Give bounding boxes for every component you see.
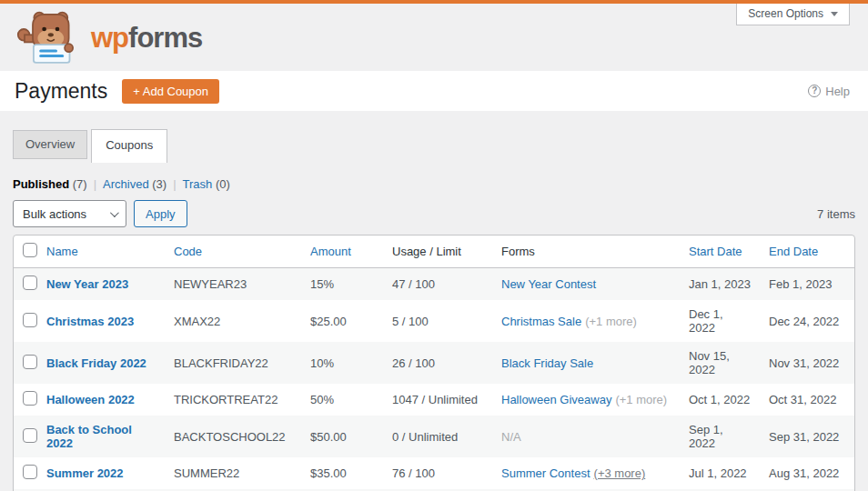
coupon-code: BACKTOSCHOOL22 [165,416,301,457]
chevron-down-icon [831,12,838,16]
wpforms-logo: wpforms [16,10,202,65]
coupon-code: TRICKORTREAT22 [165,384,301,416]
coupon-name-link[interactable]: Back to School 2022 [46,423,132,450]
column-header-forms: Forms [492,235,680,268]
masthead: wpforms Screen Options [0,4,868,71]
content-area: Overview Coupons Published (7)|Archived … [0,111,868,491]
screen-options-button[interactable]: Screen Options [736,4,850,25]
more-forms-label: (+1 more) [585,315,637,328]
row-checkbox[interactable] [23,276,37,290]
coupon-code: BLACKFRIDAY22 [165,342,301,384]
row-checkbox[interactable] [23,465,37,479]
coupon-name-link[interactable]: Summer 2022 [46,466,124,480]
start-date: Jul 1, 2022 [680,457,760,489]
column-header-end-date[interactable]: End Date [760,235,854,268]
apply-button[interactable]: Apply [134,200,187,227]
coupon-name-link[interactable]: Halloween 2022 [46,393,135,406]
end-date: Feb 1, 2023 [760,268,854,300]
coupon-usage: 26 / 100 [383,342,492,384]
table-row: Christmas 2023 XMAX22 $25.00 5 / 100 Chr… [14,300,854,342]
row-checkbox[interactable] [23,355,37,369]
wordmark-wp: wp [91,22,128,54]
help-link[interactable]: ? Help [808,85,850,98]
end-date: Aug 31, 2022 [760,457,854,489]
column-header-amount[interactable]: Amount [301,235,383,268]
more-forms-label: (+1 more) [615,393,667,406]
bulk-actions-select[interactable]: Bulk actions [13,200,126,227]
row-checkbox[interactable] [23,428,37,443]
top-toolbar: Bulk actions Apply 7 items [13,200,855,227]
end-date: Oct 31, 2022 [760,384,854,416]
separator: | [173,177,176,191]
row-checkbox[interactable] [23,313,37,327]
wpforms-bear-icon [16,10,82,65]
start-date: Dec 1, 2022 [680,300,760,342]
form-link[interactable]: Christmas Sale [501,315,581,328]
forms-na-label: N/A [501,430,521,444]
tab-bar: Overview Coupons [13,129,855,159]
row-checkbox[interactable] [23,391,37,406]
filter-trash[interactable]: Trash [183,177,213,191]
coupon-amount: 50% [301,384,383,416]
filter-archived[interactable]: Archived [103,177,149,191]
tab-overview[interactable]: Overview [13,130,87,159]
bulk-actions-value: Bulk actions [23,207,86,221]
column-header-usage: Usage / Limit [383,235,492,268]
separator: | [94,177,96,191]
wpforms-wordmark: wpforms [91,24,202,52]
coupon-amount: $25.00 [301,300,383,342]
column-header-start-date[interactable]: Start Date [680,235,760,268]
tab-coupons[interactable]: Coupons [91,129,167,163]
coupon-name-link[interactable]: Black Friday 2022 [46,356,146,370]
coupon-usage: 1047 / Unlimited [383,384,492,416]
table-row: Back to School 2022 BACKTOSCHOOL22 $50.0… [14,416,854,457]
help-icon: ? [808,85,821,97]
chevron-down-icon [110,208,119,217]
wordmark-forms: forms [128,22,202,54]
status-filters: Published (7)|Archived (3)|Trash (0) [13,177,855,191]
column-header-code[interactable]: Code [165,235,301,268]
end-date: Sep 31, 2022 [760,416,854,457]
table-row: Summer 2022 SUMMER22 $35.00 76 / 100 Sum… [14,457,854,489]
coupon-usage: 76 / 100 [383,457,492,489]
coupons-table: Name Code Amount Usage / Limit Forms Sta… [13,235,855,491]
start-date: Jan 1, 2023 [680,268,760,300]
end-date: Nov 31, 2022 [760,342,854,384]
filter-published[interactable]: Published (7) [13,177,87,191]
column-header-name[interactable]: Name [37,235,165,268]
select-all-checkbox[interactable] [23,243,37,257]
start-date: Nov 15, 2022 [680,342,760,384]
form-link[interactable]: New Year Contest [501,277,596,291]
form-link[interactable]: Summer Contest [501,466,590,480]
coupon-usage: 47 / 100 [383,268,492,300]
coupon-name-link[interactable]: Christmas 2023 [46,315,134,328]
table-row: Halloween 2022 TRICKORTREAT22 50% 1047 /… [14,384,854,416]
coupon-amount: 15% [301,268,383,300]
coupon-code: SUMMER22 [165,457,301,489]
coupon-usage: 5 / 100 [383,300,492,342]
screen-options-label: Screen Options [748,7,823,20]
coupon-name-link[interactable]: New Year 2023 [46,277,128,291]
table-header: Name Code Amount Usage / Limit Forms Sta… [14,235,854,268]
add-coupon-button[interactable]: + Add Coupon [122,79,219,104]
coupon-amount: $35.00 [301,457,383,489]
form-link[interactable]: Halloween Giveaway [501,393,611,406]
items-count: 7 items [817,207,855,221]
coupon-code: NEWYEAR23 [165,268,301,300]
form-link[interactable]: Black Friday Sale [501,356,593,370]
page-header: Payments + Add Coupon ? Help [0,71,868,111]
table-row: New Year 2023 NEWYEAR23 15% 47 / 100 New… [14,268,854,300]
coupon-code: XMAX22 [165,300,301,342]
start-date: Oct 1, 2022 [680,384,760,416]
coupon-usage: 0 / Unlimited [383,416,492,457]
page-title: Payments [15,79,107,104]
end-date: Dec 24, 2022 [760,300,854,342]
more-forms-link[interactable]: (+3 more) [594,466,646,480]
coupon-amount: 10% [301,342,383,384]
help-label: Help [825,85,850,98]
start-date: Sep 1, 2022 [680,416,760,457]
table-row: Black Friday 2022 BLACKFRIDAY22 10% 26 /… [14,342,854,384]
coupon-amount: $50.00 [301,416,383,457]
